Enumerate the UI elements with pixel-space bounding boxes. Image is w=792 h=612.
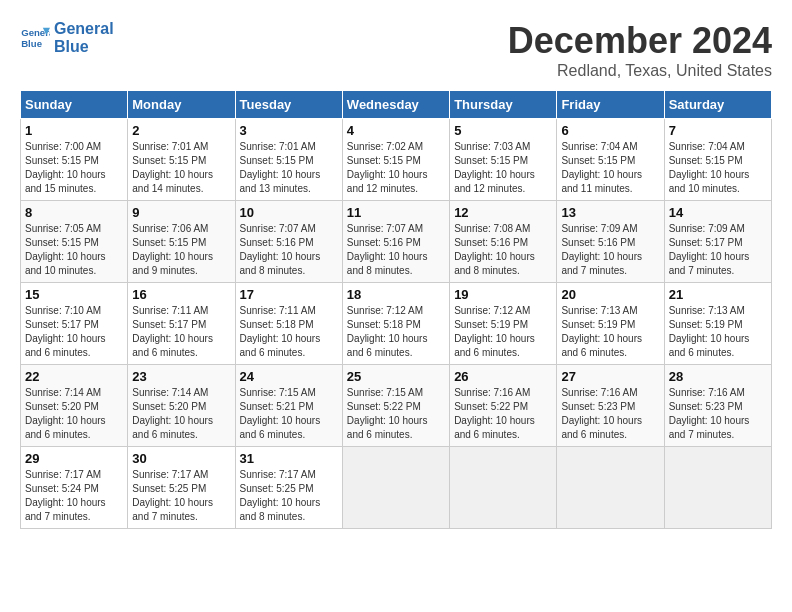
day-cell-8: 8 Sunrise: 7:05 AM Sunset: 5:15 PM Dayli…: [21, 201, 128, 283]
day-number-10: 10: [240, 205, 338, 220]
col-friday: Friday: [557, 91, 664, 119]
svg-text:Blue: Blue: [21, 38, 42, 49]
day-cell-26: 26 Sunrise: 7:16 AM Sunset: 5:22 PM Dayl…: [450, 365, 557, 447]
day-info-21: Sunrise: 7:13 AM Sunset: 5:19 PM Dayligh…: [669, 304, 767, 360]
day-number-4: 4: [347, 123, 445, 138]
day-number-14: 14: [669, 205, 767, 220]
day-number-17: 17: [240, 287, 338, 302]
day-cell-16: 16 Sunrise: 7:11 AM Sunset: 5:17 PM Dayl…: [128, 283, 235, 365]
day-info-8: Sunrise: 7:05 AM Sunset: 5:15 PM Dayligh…: [25, 222, 123, 278]
day-cell-18: 18 Sunrise: 7:12 AM Sunset: 5:18 PM Dayl…: [342, 283, 449, 365]
day-info-19: Sunrise: 7:12 AM Sunset: 5:19 PM Dayligh…: [454, 304, 552, 360]
day-cell-10: 10 Sunrise: 7:07 AM Sunset: 5:16 PM Dayl…: [235, 201, 342, 283]
day-number-1: 1: [25, 123, 123, 138]
day-number-24: 24: [240, 369, 338, 384]
day-info-6: Sunrise: 7:04 AM Sunset: 5:15 PM Dayligh…: [561, 140, 659, 196]
col-saturday: Saturday: [664, 91, 771, 119]
day-cell-30: 30 Sunrise: 7:17 AM Sunset: 5:25 PM Dayl…: [128, 447, 235, 529]
day-cell-21: 21 Sunrise: 7:13 AM Sunset: 5:19 PM Dayl…: [664, 283, 771, 365]
day-cell-29: 29 Sunrise: 7:17 AM Sunset: 5:24 PM Dayl…: [21, 447, 128, 529]
day-number-26: 26: [454, 369, 552, 384]
day-number-25: 25: [347, 369, 445, 384]
day-info-15: Sunrise: 7:10 AM Sunset: 5:17 PM Dayligh…: [25, 304, 123, 360]
day-cell-23: 23 Sunrise: 7:14 AM Sunset: 5:20 PM Dayl…: [128, 365, 235, 447]
day-cell-1: 1 Sunrise: 7:00 AM Sunset: 5:15 PM Dayli…: [21, 119, 128, 201]
day-number-5: 5: [454, 123, 552, 138]
col-tuesday: Tuesday: [235, 91, 342, 119]
day-info-16: Sunrise: 7:11 AM Sunset: 5:17 PM Dayligh…: [132, 304, 230, 360]
day-number-16: 16: [132, 287, 230, 302]
day-info-3: Sunrise: 7:01 AM Sunset: 5:15 PM Dayligh…: [240, 140, 338, 196]
day-cell-25: 25 Sunrise: 7:15 AM Sunset: 5:22 PM Dayl…: [342, 365, 449, 447]
col-thursday: Thursday: [450, 91, 557, 119]
day-cell-20: 20 Sunrise: 7:13 AM Sunset: 5:19 PM Dayl…: [557, 283, 664, 365]
day-info-5: Sunrise: 7:03 AM Sunset: 5:15 PM Dayligh…: [454, 140, 552, 196]
empty-cell: [342, 447, 449, 529]
day-cell-15: 15 Sunrise: 7:10 AM Sunset: 5:17 PM Dayl…: [21, 283, 128, 365]
day-info-18: Sunrise: 7:12 AM Sunset: 5:18 PM Dayligh…: [347, 304, 445, 360]
day-info-10: Sunrise: 7:07 AM Sunset: 5:16 PM Dayligh…: [240, 222, 338, 278]
day-info-14: Sunrise: 7:09 AM Sunset: 5:17 PM Dayligh…: [669, 222, 767, 278]
day-number-2: 2: [132, 123, 230, 138]
header-row: Sunday Monday Tuesday Wednesday Thursday…: [21, 91, 772, 119]
title-section: December 2024 Redland, Texas, United Sta…: [508, 20, 772, 80]
day-info-27: Sunrise: 7:16 AM Sunset: 5:23 PM Dayligh…: [561, 386, 659, 442]
day-cell-19: 19 Sunrise: 7:12 AM Sunset: 5:19 PM Dayl…: [450, 283, 557, 365]
day-info-2: Sunrise: 7:01 AM Sunset: 5:15 PM Dayligh…: [132, 140, 230, 196]
day-info-22: Sunrise: 7:14 AM Sunset: 5:20 PM Dayligh…: [25, 386, 123, 442]
col-monday: Monday: [128, 91, 235, 119]
day-number-6: 6: [561, 123, 659, 138]
calendar-title: December 2024: [508, 20, 772, 62]
day-number-19: 19: [454, 287, 552, 302]
day-info-13: Sunrise: 7:09 AM Sunset: 5:16 PM Dayligh…: [561, 222, 659, 278]
empty-cell: [557, 447, 664, 529]
day-info-7: Sunrise: 7:04 AM Sunset: 5:15 PM Dayligh…: [669, 140, 767, 196]
calendar-row-3: 15 Sunrise: 7:10 AM Sunset: 5:17 PM Dayl…: [21, 283, 772, 365]
day-cell-7: 7 Sunrise: 7:04 AM Sunset: 5:15 PM Dayli…: [664, 119, 771, 201]
col-wednesday: Wednesday: [342, 91, 449, 119]
day-number-30: 30: [132, 451, 230, 466]
day-info-26: Sunrise: 7:16 AM Sunset: 5:22 PM Dayligh…: [454, 386, 552, 442]
day-cell-22: 22 Sunrise: 7:14 AM Sunset: 5:20 PM Dayl…: [21, 365, 128, 447]
day-number-20: 20: [561, 287, 659, 302]
day-info-17: Sunrise: 7:11 AM Sunset: 5:18 PM Dayligh…: [240, 304, 338, 360]
day-cell-31: 31 Sunrise: 7:17 AM Sunset: 5:25 PM Dayl…: [235, 447, 342, 529]
day-number-23: 23: [132, 369, 230, 384]
day-cell-5: 5 Sunrise: 7:03 AM Sunset: 5:15 PM Dayli…: [450, 119, 557, 201]
day-number-13: 13: [561, 205, 659, 220]
day-number-22: 22: [25, 369, 123, 384]
day-number-11: 11: [347, 205, 445, 220]
day-number-3: 3: [240, 123, 338, 138]
day-number-12: 12: [454, 205, 552, 220]
day-info-25: Sunrise: 7:15 AM Sunset: 5:22 PM Dayligh…: [347, 386, 445, 442]
calendar-row-4: 22 Sunrise: 7:14 AM Sunset: 5:20 PM Dayl…: [21, 365, 772, 447]
day-cell-2: 2 Sunrise: 7:01 AM Sunset: 5:15 PM Dayli…: [128, 119, 235, 201]
day-number-15: 15: [25, 287, 123, 302]
calendar-row-1: 1 Sunrise: 7:00 AM Sunset: 5:15 PM Dayli…: [21, 119, 772, 201]
day-info-9: Sunrise: 7:06 AM Sunset: 5:15 PM Dayligh…: [132, 222, 230, 278]
day-cell-11: 11 Sunrise: 7:07 AM Sunset: 5:16 PM Dayl…: [342, 201, 449, 283]
day-cell-4: 4 Sunrise: 7:02 AM Sunset: 5:15 PM Dayli…: [342, 119, 449, 201]
day-cell-9: 9 Sunrise: 7:06 AM Sunset: 5:15 PM Dayli…: [128, 201, 235, 283]
day-number-18: 18: [347, 287, 445, 302]
day-number-9: 9: [132, 205, 230, 220]
day-info-11: Sunrise: 7:07 AM Sunset: 5:16 PM Dayligh…: [347, 222, 445, 278]
day-info-30: Sunrise: 7:17 AM Sunset: 5:25 PM Dayligh…: [132, 468, 230, 524]
day-info-28: Sunrise: 7:16 AM Sunset: 5:23 PM Dayligh…: [669, 386, 767, 442]
empty-cell: [450, 447, 557, 529]
day-number-29: 29: [25, 451, 123, 466]
day-number-27: 27: [561, 369, 659, 384]
day-cell-13: 13 Sunrise: 7:09 AM Sunset: 5:16 PM Dayl…: [557, 201, 664, 283]
day-info-31: Sunrise: 7:17 AM Sunset: 5:25 PM Dayligh…: [240, 468, 338, 524]
day-cell-24: 24 Sunrise: 7:15 AM Sunset: 5:21 PM Dayl…: [235, 365, 342, 447]
day-info-29: Sunrise: 7:17 AM Sunset: 5:24 PM Dayligh…: [25, 468, 123, 524]
day-info-24: Sunrise: 7:15 AM Sunset: 5:21 PM Dayligh…: [240, 386, 338, 442]
empty-cell: [664, 447, 771, 529]
day-number-8: 8: [25, 205, 123, 220]
logo-line2: Blue: [54, 38, 114, 56]
calendar-table: Sunday Monday Tuesday Wednesday Thursday…: [20, 90, 772, 529]
day-number-7: 7: [669, 123, 767, 138]
day-number-31: 31: [240, 451, 338, 466]
day-info-1: Sunrise: 7:00 AM Sunset: 5:15 PM Dayligh…: [25, 140, 123, 196]
calendar-row-5: 29 Sunrise: 7:17 AM Sunset: 5:24 PM Dayl…: [21, 447, 772, 529]
